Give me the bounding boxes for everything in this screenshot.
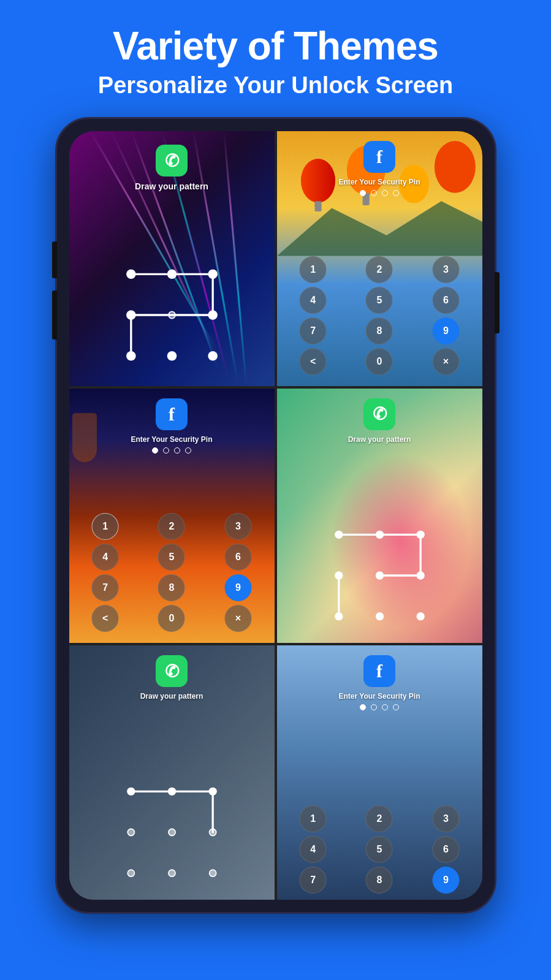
num-4[interactable]: 4: [300, 836, 327, 863]
whatsapp-icon-4: ✆: [363, 398, 395, 430]
sub-title: Personalize Your Unlock Screen: [98, 72, 453, 99]
svg-point-32: [416, 571, 424, 579]
numpad-6[interactable]: 1 2 3 4 5 6 7 8 9: [282, 805, 477, 894]
svg-point-45: [127, 870, 134, 877]
pin-dots-2: [277, 190, 482, 196]
num-2[interactable]: 2: [366, 805, 393, 832]
num-8[interactable]: 8: [366, 867, 393, 894]
pin-dot: [360, 704, 366, 710]
num-3[interactable]: 3: [432, 256, 459, 283]
svg-point-39: [127, 788, 135, 796]
num-7[interactable]: 7: [92, 574, 119, 601]
svg-point-12: [167, 351, 177, 361]
pattern-lines-5: [75, 771, 268, 894]
lock-title-4: Draw your pattern: [277, 435, 482, 444]
num-2[interactable]: 2: [366, 256, 393, 283]
num-clear[interactable]: ×: [224, 605, 251, 632]
pin-dot: [174, 447, 180, 454]
screen-cell-3: f Enter Your Security Pin 1 2 3 4 5: [69, 389, 275, 643]
num-2[interactable]: 2: [158, 513, 185, 540]
pin-dot: [371, 190, 377, 196]
pattern-area-1[interactable]: [75, 254, 268, 376]
num-9[interactable]: 9: [224, 574, 251, 601]
svg-point-30: [335, 571, 343, 579]
svg-point-41: [208, 788, 216, 796]
svg-point-34: [375, 612, 383, 620]
num-6[interactable]: 6: [432, 287, 459, 314]
num-back[interactable]: <: [92, 605, 119, 632]
num-1[interactable]: 1: [92, 513, 119, 540]
num-3[interactable]: 3: [432, 805, 459, 832]
fb-symbol-3: f: [169, 404, 175, 425]
svg-point-5: [126, 269, 136, 279]
num-6[interactable]: 6: [432, 836, 459, 863]
facebook-icon-3: f: [156, 398, 188, 430]
num-5[interactable]: 5: [158, 544, 185, 571]
svg-point-44: [209, 829, 216, 836]
svg-point-43: [168, 829, 175, 836]
pin-dot: [382, 190, 388, 196]
num-4[interactable]: 4: [92, 544, 119, 571]
facebook-icon-6: f: [363, 655, 395, 687]
num-6[interactable]: 6: [224, 544, 251, 571]
lock-title-2: Enter Your Security Pin: [277, 178, 482, 186]
num-3[interactable]: 3: [224, 513, 251, 540]
svg-point-10: [208, 310, 218, 320]
wa-symbol-4: ✆: [373, 404, 387, 424]
num-5[interactable]: 5: [366, 836, 393, 863]
svg-point-28: [375, 531, 383, 539]
svg-point-13: [208, 351, 218, 361]
fb-symbol-6: f: [376, 661, 382, 682]
facebook-icon-2: f: [363, 141, 395, 173]
lock-title-3: Enter Your Security Pin: [69, 435, 275, 444]
power-button: [52, 241, 57, 278]
num-9[interactable]: 9: [432, 867, 459, 894]
screen-cell-6: f Enter Your Security Pin 1 2 3 4 5: [277, 645, 482, 900]
num-5[interactable]: 5: [366, 287, 393, 314]
header: Variety of Themes Personalize Your Unloc…: [86, 0, 465, 111]
num-0[interactable]: 0: [158, 605, 185, 632]
svg-marker-21: [277, 202, 482, 256]
pattern-area-4[interactable]: [283, 514, 476, 637]
pin-dots-6: [277, 704, 482, 710]
svg-point-35: [416, 612, 424, 620]
pin-dot: [360, 190, 366, 196]
lock-title-5: Draw your pattern: [69, 692, 275, 701]
num-0[interactable]: 0: [366, 348, 393, 375]
num-1[interactable]: 1: [300, 256, 327, 283]
screen-cell-2: f Enter Your Security Pin 1 2 3 4 5: [277, 131, 482, 386]
num-1[interactable]: 1: [300, 805, 327, 832]
pin-dot: [393, 704, 399, 710]
svg-point-8: [126, 310, 136, 320]
svg-point-11: [126, 351, 136, 361]
wa-symbol: ✆: [165, 151, 179, 171]
num-back[interactable]: <: [300, 348, 327, 375]
numpad-3[interactable]: 1 2 3 4 5 6 7 8 9 < 0 ×: [74, 513, 270, 632]
phone-frame: ✆ Draw your pattern: [55, 117, 496, 914]
whatsapp-icon-1: ✆: [156, 145, 188, 177]
pin-dots-3: [69, 447, 275, 454]
pin-dot: [185, 447, 191, 454]
wa-symbol-5: ✆: [165, 661, 179, 682]
numpad-2[interactable]: 1 2 3 4 5 6 7 8 9 < 0 ×: [282, 256, 477, 375]
pin-dot: [393, 190, 399, 196]
num-8[interactable]: 8: [366, 317, 393, 344]
whatsapp-icon-5: ✆: [156, 655, 188, 687]
svg-point-31: [375, 571, 383, 579]
pattern-area-5[interactable]: [75, 771, 268, 894]
screen-cell-1: ✆ Draw your pattern: [69, 131, 275, 386]
svg-point-7: [208, 269, 218, 279]
num-4[interactable]: 4: [300, 287, 327, 314]
svg-point-47: [209, 870, 216, 877]
num-7[interactable]: 7: [300, 867, 327, 894]
svg-point-6: [167, 269, 177, 279]
svg-point-42: [127, 829, 134, 836]
lock-title-1: Draw your pattern: [69, 181, 275, 191]
num-9[interactable]: 9: [432, 317, 459, 344]
pin-dot: [152, 447, 158, 454]
num-clear[interactable]: ×: [432, 348, 459, 375]
num-7[interactable]: 7: [300, 317, 327, 344]
phone-screen: ✆ Draw your pattern: [69, 131, 482, 900]
num-8[interactable]: 8: [158, 574, 185, 601]
svg-point-9: [168, 311, 175, 318]
